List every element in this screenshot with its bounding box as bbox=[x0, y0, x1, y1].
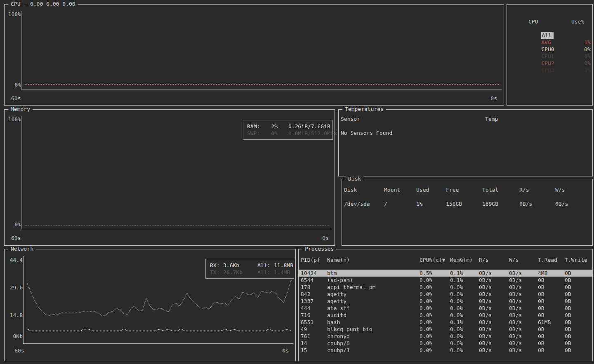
disk-row[interactable]: /dev/sda/1%158GB169GB0B/s0B/s bbox=[342, 200, 592, 207]
process-cpu-percent: 0.5% bbox=[420, 270, 450, 277]
process-total-write: 0B bbox=[565, 312, 571, 319]
cpu-core-name: CPU3 bbox=[541, 67, 584, 74]
process-cpu-percent: 0.0% bbox=[420, 284, 450, 291]
process-row[interactable]: 716auditd0.0%0.0%0B/s0B/s0B0B bbox=[299, 312, 592, 319]
process-total-read: 0B bbox=[538, 291, 565, 298]
process-mem-percent: 0.0% bbox=[450, 333, 479, 340]
disk-header-rs[interactable]: R/s bbox=[519, 186, 555, 193]
process-pid: 15 bbox=[301, 347, 327, 354]
cpu-panel-title: CPU ─ 0.00 0.00 0.00 bbox=[8, 1, 78, 7]
disk-write-rate: 0B/s bbox=[555, 200, 568, 207]
process-row[interactable]: 842agetty0.0%0.0%0B/s0B/s0B0B bbox=[299, 291, 592, 298]
disk-header-disk[interactable]: Disk bbox=[344, 186, 384, 193]
process-total-read: 0B bbox=[538, 305, 565, 312]
temperatures-panel: Temperatures Sensor Temp No Sensors Foun… bbox=[338, 109, 593, 176]
process-read-rate: 0B/s bbox=[479, 340, 509, 347]
cpu-legend-row[interactable]: CPU31% bbox=[507, 60, 592, 67]
process-write-rate: 0B/s bbox=[509, 340, 538, 347]
process-header-twrite[interactable]: T.Write bbox=[565, 256, 587, 263]
process-row[interactable]: 444ata_sff0.0%0.0%0B/s0B/s0B0B bbox=[299, 305, 592, 312]
disk-device: /dev/sda bbox=[344, 200, 384, 207]
process-total-write: 0B bbox=[565, 270, 571, 277]
process-total-read: 0B bbox=[538, 333, 565, 340]
process-read-rate: 0B/s bbox=[479, 333, 509, 340]
process-row[interactable]: 15cpuhp/10.0%0.0%0B/s0B/s0B0B bbox=[299, 347, 592, 354]
process-row[interactable]: 178acpi_thermal_pm0.0%0.0%0B/s0B/s0B0B bbox=[299, 284, 592, 291]
memory-panel: Memory 100% 0% 60s 0s RAM:2%0.2GiB/7.6Gi… bbox=[4, 109, 335, 246]
rx-all-label: All: bbox=[257, 262, 274, 269]
process-total-read: 0B bbox=[538, 277, 565, 284]
cpu-legend-row[interactable]: AVG1% bbox=[507, 32, 592, 39]
cpu-core-usage: 1% bbox=[584, 67, 591, 74]
cpu-legend-row[interactable]: CPU00% bbox=[507, 39, 592, 46]
process-name: agetty bbox=[327, 291, 420, 298]
cpu-legend-row[interactable]: All bbox=[507, 25, 592, 32]
cpu-legend-row[interactable]: CPU11% bbox=[507, 46, 592, 53]
process-header-pid[interactable]: PID(p) bbox=[301, 256, 327, 263]
cpu-plot-area bbox=[21, 11, 502, 89]
network-y-label-2: 29.6 bbox=[5, 285, 23, 291]
disk-table-header: DiskMountUsedFreeTotalR/sW/s bbox=[342, 186, 592, 193]
process-mem-percent: 0.0% bbox=[450, 340, 479, 347]
process-write-rate: 0B/s bbox=[509, 270, 538, 277]
process-row[interactable]: 10424btm0.5%0.1%0B/s0B/s4MB0B bbox=[299, 270, 592, 277]
cpu-chart-panel: CPU ─ 0.00 0.00 0.00 100% 0% 60s 0s bbox=[4, 4, 504, 106]
ram-percent: 2% bbox=[264, 123, 278, 130]
network-x-right-label: 0s bbox=[282, 348, 289, 354]
tx-label: TX: bbox=[210, 269, 223, 276]
process-row[interactable]: 1337agetty0.0%0.0%0B/s0B/s0B0B bbox=[299, 298, 592, 305]
disk-header-total[interactable]: Total bbox=[482, 186, 519, 193]
cpu-legend-panel: CPUUse% All AVG1% CPU00% CPU11% CPU21% C… bbox=[507, 4, 593, 106]
process-name: ata_sff bbox=[327, 305, 420, 312]
process-total-write: 0B bbox=[565, 298, 571, 305]
disk-panel-title: Disk bbox=[346, 176, 363, 182]
process-mem-percent: 0.0% bbox=[450, 312, 479, 319]
cpu-legend-header-use[interactable]: Use% bbox=[571, 18, 584, 25]
cpu-legend-rows: All AVG1% CPU00% CPU11% CPU21% CPU31% bbox=[507, 25, 592, 67]
disk-header-ws[interactable]: W/s bbox=[555, 186, 565, 193]
process-total-write: 0B bbox=[565, 284, 571, 291]
process-mem-percent: 0.0% bbox=[450, 326, 479, 333]
process-row[interactable]: 761chronyd0.0%0.0%0B/s0B/s0B0B bbox=[299, 333, 592, 340]
rx-label: RX: bbox=[210, 262, 223, 269]
tx-all-label: All: bbox=[257, 269, 274, 276]
process-header-ws[interactable]: W/s bbox=[509, 256, 538, 263]
process-header-cpu-sort[interactable]: CPU%(c)▼ bbox=[420, 256, 450, 263]
process-total-write: 0B bbox=[565, 347, 571, 354]
disk-header-mount[interactable]: Mount bbox=[384, 186, 416, 193]
process-read-rate: 0B/s bbox=[479, 298, 509, 305]
process-row[interactable]: 6544(sd-pam)0.0%0.1%0B/s0B/s0B0B bbox=[299, 277, 592, 284]
sensor-column-header[interactable]: Sensor bbox=[341, 116, 360, 122]
process-write-rate: 0B/s bbox=[509, 277, 538, 284]
process-header-tread[interactable]: T.Read bbox=[538, 256, 565, 263]
network-legend: RX:3.6KbAll:11.8MB TX:26.7KbAll:1.4MB bbox=[205, 259, 294, 279]
disk-total: 169GB bbox=[482, 200, 519, 207]
disk-header-used[interactable]: Used bbox=[416, 186, 446, 193]
cpu-title-text: CPU bbox=[11, 1, 20, 7]
process-mem-percent: 0.0% bbox=[450, 298, 479, 305]
process-row[interactable]: 6551bash0.0%0.1%0B/s0B/s61MB0B bbox=[299, 319, 592, 326]
disk-header-free[interactable]: Free bbox=[446, 186, 482, 193]
temp-column-header[interactable]: Temp bbox=[485, 116, 498, 122]
process-mem-percent: 0.1% bbox=[450, 319, 479, 326]
process-header-rs[interactable]: R/s bbox=[479, 256, 509, 263]
process-name: btm bbox=[327, 270, 420, 277]
memory-y-min-label: 0% bbox=[5, 222, 21, 228]
process-cpu-percent: 0.0% bbox=[420, 298, 450, 305]
process-total-read: 0B bbox=[538, 326, 565, 333]
disk-free: 158GB bbox=[446, 200, 482, 207]
cpu-legend-row[interactable]: CPU21% bbox=[507, 53, 592, 60]
process-cpu-percent: 0.0% bbox=[420, 312, 450, 319]
process-header-name[interactable]: Name(n) bbox=[327, 256, 420, 263]
cpu-legend-header: CPUUse% bbox=[507, 11, 592, 18]
process-name: bash bbox=[327, 319, 420, 326]
cpu-legend-header-cpu[interactable]: CPU bbox=[528, 18, 571, 25]
process-row[interactable]: 49blkcg_punt_bio0.0%0.0%0B/s0B/s0B0B bbox=[299, 326, 592, 333]
process-header-mem[interactable]: Mem%(m) bbox=[450, 256, 479, 263]
memory-panel-title: Memory bbox=[8, 106, 33, 112]
disk-panel: Disk DiskMountUsedFreeTotalR/sW/s /dev/s… bbox=[342, 179, 593, 246]
memory-x-right-label: 0s bbox=[322, 235, 329, 241]
process-total-write: 0B bbox=[565, 277, 571, 284]
memory-y-max-label: 100% bbox=[5, 117, 21, 122]
process-row[interactable]: 14cpuhp/00.0%0.0%0B/s0B/s0B0B bbox=[299, 340, 592, 347]
